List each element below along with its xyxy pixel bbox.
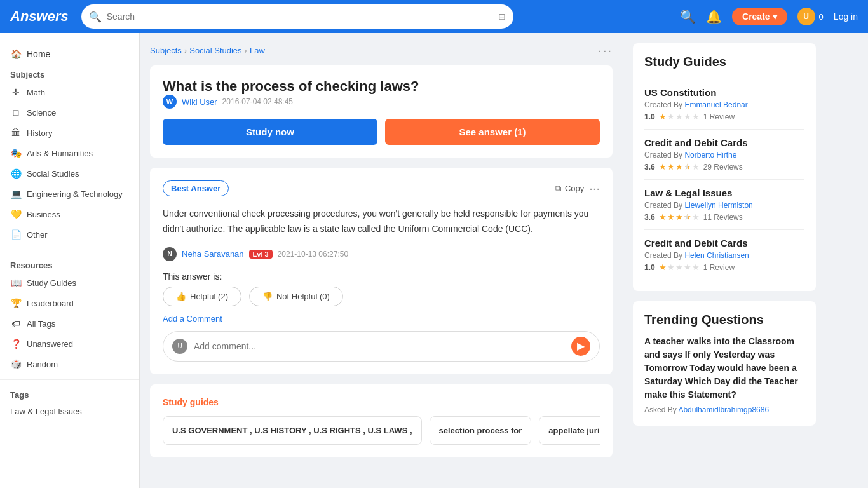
sidebar-item-leaderboard[interactable]: 🏆Leaderboard [0,293,139,313]
sidebar-item-history[interactable]: 🏛History [0,123,139,143]
trending-author-link[interactable]: Abdulhamidlbrahimgp8686 [678,405,769,414]
question-author[interactable]: Wiki User [182,97,217,107]
trending-meta: Asked By Abdulhamidlbrahimgp8686 [644,405,804,414]
answer-header: Best Answer ⧉ Copy ··· [163,180,600,196]
sg-author-link-0[interactable]: Emmanuel Bednar [684,100,747,109]
comment-input[interactable] [194,341,565,351]
sidebar-item-random[interactable]: 🎲Random [0,354,139,374]
stars-0: ★★★★★ [659,112,700,121]
sidebar-item-study-guides[interactable]: 📖Study Guides [0,273,139,293]
study-guides-section: Study guides U.S GOVERNMENT , U.S HISTOR… [150,384,613,458]
sidebar-item-home[interactable]: 🏠 Home [0,43,139,65]
comment-user-icon: U [172,339,187,354]
sg-score-3: 1.0 [644,263,655,272]
more-options-button[interactable]: ··· [589,181,600,196]
subjects-label: Subjects [0,65,139,82]
copy-icon: ⧉ [555,184,561,194]
sidebar-item-other[interactable]: 📄Other [0,224,139,245]
divider2 [0,379,139,380]
sidebar-item-math[interactable]: ✛Math [0,82,139,102]
breadcrumb-law[interactable]: Law [250,46,265,55]
sidebar-icon-study-guides: 📖 [10,277,22,288]
main-content: Subjects › Social Studies › Law ··· What… [140,33,623,488]
sidebar-item-social-studies[interactable]: 🌐Social Studies [0,163,139,184]
header-right: 🔍 🔔 Create ▾ U 0 Log in [680,8,858,25]
more-options-icon[interactable]: ··· [598,43,613,58]
helpful-button[interactable]: 👍 Helpful (2) [163,287,241,306]
sg-score-0: 1.0 [644,112,655,121]
create-button[interactable]: Create ▾ [732,8,787,25]
helpful-section: This answer is: 👍 Helpful (2) 👎 Not Help… [163,271,600,306]
send-button[interactable]: ▶ [571,337,590,356]
search-input[interactable] [107,11,493,22]
sidebar-item-science[interactable]: □Science [0,102,139,123]
sg-right-item-3: Credit and Debit Cards Created By Helen … [644,230,804,280]
sg-rating-1: 3.6 ★★★★★★ 29 Reviews [644,162,804,172]
resources-list: 📖Study Guides🏆Leaderboard🏷All Tags❓Unans… [0,273,139,374]
question-title: What is the process of checking laws? [163,78,600,95]
thumbs-down-icon: 👎 [262,292,273,301]
breadcrumb-subjects[interactable]: Subjects [150,46,182,55]
sidebar-item-unanswered[interactable]: ❓Unanswered [0,334,139,354]
sidebar-item-all-tags[interactable]: 🏷All Tags [0,313,139,334]
star-full: ★ [667,162,675,172]
star-empty: ★ [684,262,691,272]
question-date: 2016-07-04 02:48:45 [222,97,293,106]
comment-input-row: U ▶ [163,331,600,362]
sidebar-icon-social-studies: 🌐 [10,168,22,179]
right-sidebar: Study Guides US Constitution Created By … [623,33,826,488]
answer-user-icon: N [163,247,177,261]
sg-author-link-2[interactable]: Llewellyn Hermiston [684,201,752,210]
sidebar-label-random: Random [27,360,58,369]
filter-icon[interactable]: ⊟ [498,11,506,22]
sidebar-item-business[interactable]: 💛Business [0,204,139,224]
tag-label-law-legal: Law & Legal Issues [10,407,82,416]
sg-author-link-3[interactable]: Helen Christiansen [684,251,749,260]
search-icon-header[interactable]: 🔍 [680,9,696,24]
stars-1: ★★★★★★ [659,162,700,172]
sg-right-item-2: Law & Legal Issues Created By Llewellyn … [644,180,804,230]
sidebar-tag-law-legal[interactable]: Law & Legal Issues [0,402,139,421]
study-guide-card-2[interactable]: appellate jurisdiction vs original juris… [539,416,600,445]
star-empty: ★ [667,112,675,121]
study-guide-card-1[interactable]: selection process for [430,416,532,445]
star-full: ★ [659,212,667,222]
study-now-button[interactable]: Study now [163,119,377,145]
star-empty: ★ [692,162,700,172]
sg-meta-3: Created By Helen Christiansen [644,251,804,260]
see-answer-button[interactable]: See answer (1) [385,119,600,145]
sidebar-label-history: History [27,128,52,138]
sidebar-label-unanswered: Unanswered [27,339,73,349]
star-empty: ★ [675,262,683,272]
breadcrumb-social-studies[interactable]: Social Studies [189,46,241,55]
sidebar-label-science: Science [27,108,56,118]
divider [0,250,139,250]
notifications-icon[interactable]: 🔔 [706,9,722,24]
trending-question[interactable]: A teacher walks into the Classroom and s… [644,335,804,402]
question-actions: Study now See answer (1) [163,119,600,145]
add-comment-link[interactable]: Add a Comment [163,314,600,323]
sg-score-2: 3.6 [644,213,655,222]
sg-title-0[interactable]: US Constitution [644,87,804,98]
copy-button[interactable]: ⧉ Copy [555,184,584,194]
sg-title-3[interactable]: Credit and Debit Cards [644,238,804,248]
sg-title-2[interactable]: Law & Legal Issues [644,187,804,198]
sidebar-item-arts-humanities[interactable]: 🎭Arts & Humanities [0,143,139,163]
sg-author-link-1[interactable]: Norberto Hirthe [684,151,736,159]
sg-title-1[interactable]: Credit and Debit Cards [644,137,804,148]
sg-rating-2: 3.6 ★★★★★★ 11 Reviews [644,212,804,222]
sidebar-label-math: Math [27,88,45,97]
sidebar-item-engineering-technology[interactable]: 💻Engineering & Technology [0,184,139,204]
stars-2: ★★★★★★ [659,212,700,222]
study-guides-right-list: US Constitution Created By Emmanuel Bedn… [644,79,804,280]
thumbs-up-icon: 👍 [176,292,186,301]
sidebar-label-social-studies: Social Studies [27,169,79,179]
login-button[interactable]: Log in [834,11,858,22]
study-guide-card-0[interactable]: U.S GOVERNMENT , U.S HISTORY , U.S RIGHT… [163,416,422,445]
answer-author[interactable]: Neha Saravanan [182,249,244,259]
sidebar-icon-business: 💛 [10,208,22,220]
not-helpful-button[interactable]: 👎 Not Helpful (0) [249,287,343,306]
sidebar-icon-all-tags: 🏷 [10,318,22,329]
search-bar[interactable]: 🔍 ⊟ [81,4,513,29]
avatar: U [797,8,815,25]
